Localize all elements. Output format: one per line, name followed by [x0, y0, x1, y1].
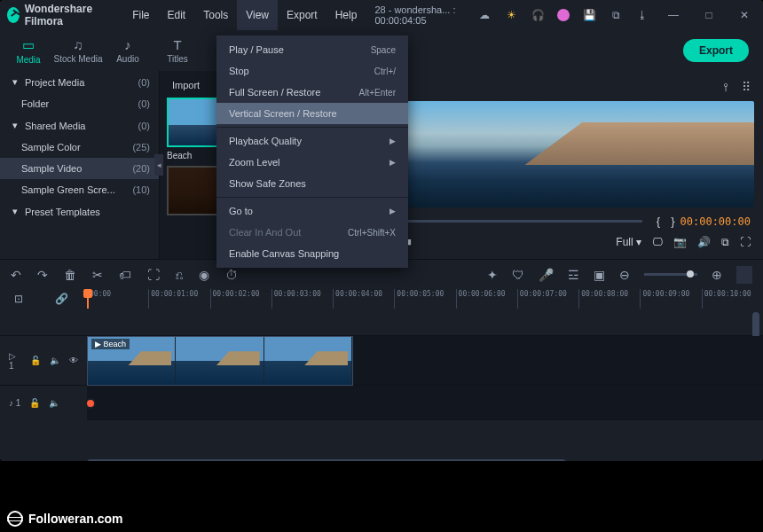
speed-button[interactable]: ⏱ — [225, 268, 238, 282]
menu-item[interactable]: StopCtrl+/ — [216, 60, 408, 82]
menu-help[interactable]: Help — [326, 0, 366, 30]
menu-item[interactable]: Go to▶ — [216, 200, 408, 222]
menu-item[interactable]: Play / PauseSpace — [216, 39, 408, 60]
tab-media[interactable]: ▭Media — [4, 34, 53, 68]
sidebar-item[interactable]: ▾Project Media(0) — [0, 71, 159, 93]
watermark: Followeran.com — [7, 511, 123, 527]
maximize-button[interactable]: □ — [697, 9, 720, 21]
project-info: 28 - wondersha... : 00:00:04:05 — [374, 4, 477, 26]
minimize-button[interactable]: — — [662, 9, 685, 21]
camera-icon[interactable]: 📷 — [673, 236, 687, 248]
delete-button[interactable]: 🗑 — [64, 268, 76, 282]
ruler-mark: 00:00:04:00 — [333, 289, 394, 309]
mark-in-button[interactable]: { — [657, 215, 660, 228]
marker-button[interactable]: ▣ — [594, 268, 605, 282]
tab-audio[interactable]: ♪Audio — [103, 34, 153, 68]
sidebar-item[interactable]: Sample Color(25) — [0, 137, 159, 158]
close-button[interactable]: ✕ — [733, 9, 756, 21]
menu-file[interactable]: File — [123, 0, 158, 30]
preview-timecode: 00:00:00:00 — [680, 215, 751, 228]
sidebar-item[interactable]: ▾Preset Templates — [0, 200, 159, 223]
theme-icon[interactable]: ☀ — [504, 8, 518, 22]
adjust-button[interactable]: ⎌ — [176, 268, 183, 282]
volume-icon[interactable]: 🔊 — [697, 236, 711, 248]
track-id: ▷ 1 — [9, 351, 21, 371]
menu-export[interactable]: Export — [278, 0, 326, 30]
zoom-out-button[interactable]: ⊖ — [619, 268, 630, 282]
lock-icon[interactable]: 🔓 — [30, 356, 41, 365]
mark-out-button[interactable]: } — [671, 215, 674, 228]
snapshot-icon[interactable]: ⧉ — [609, 8, 623, 22]
menu-tools[interactable]: Tools — [194, 0, 237, 30]
vertical-scrollbar[interactable] — [752, 312, 759, 339]
ruler-mark: 00:00:06:00 — [456, 289, 517, 309]
redo-button[interactable]: ↷ — [37, 268, 48, 282]
view-menu-dropdown: Play / PauseSpaceStopCtrl+/Full Screen /… — [216, 35, 408, 268]
menu-view[interactable]: View — [237, 0, 278, 30]
visibility-icon[interactable]: 👁 — [69, 356, 78, 365]
menu-edit[interactable]: Edit — [159, 0, 195, 30]
menu-item: Clear In And OutCtrl+Shift+X — [216, 222, 408, 243]
sidebar-item[interactable]: Folder(0) — [0, 93, 159, 114]
compare-icon[interactable]: ⧉ — [721, 236, 729, 248]
ruler-mark: 00:00:08:00 — [578, 289, 640, 309]
ruler-mark: 00:00:07:00 — [517, 289, 578, 309]
menu-item[interactable]: Vertical Screen / Restore — [216, 103, 408, 124]
voiceover-button[interactable]: 🎤 — [539, 268, 554, 282]
playhead[interactable] — [87, 289, 89, 309]
sidebar-item[interactable]: Sample Video(20) — [0, 158, 159, 179]
menu-item[interactable]: Playback Quality▶ — [216, 130, 408, 152]
menu-item[interactable]: Show Safe Zones — [216, 173, 408, 194]
sidebar-item[interactable]: ▾Shared Media(0) — [0, 114, 159, 137]
fullscreen-icon[interactable]: ⛶ — [740, 236, 751, 248]
tab-titles[interactable]: TTitles — [153, 34, 202, 68]
globe-icon — [7, 511, 23, 527]
crop-button[interactable]: ⛶ — [147, 268, 160, 282]
audio-keyframe[interactable] — [85, 398, 96, 409]
title-bar: Wondershare Filmora FileEditToolsViewExp… — [0, 0, 763, 30]
record-indicator-icon[interactable] — [557, 9, 570, 21]
app-window: Wondershare Filmora FileEditToolsViewExp… — [0, 0, 763, 461]
lock-icon[interactable]: 🔓 — [29, 398, 40, 408]
ruler-mark: 00:00:09:00 — [640, 289, 701, 309]
timeline-ruler[interactable]: ⊡ 🔗 00:0000:00:01:0000:00:02:0000:00:03:… — [0, 289, 763, 309]
video-track-1[interactable]: ▷ 1 🔓 🔈 👁 ▶ Beach — [0, 335, 763, 385]
meter-icon — [736, 266, 752, 284]
app-logo-icon — [7, 7, 20, 23]
grid-icon[interactable]: ⠿ — [742, 80, 751, 94]
tag-button[interactable]: 🏷 — [119, 268, 131, 282]
horizontal-scrollbar[interactable] — [87, 459, 566, 461]
split-button[interactable]: ✂ — [92, 268, 103, 282]
menu-item[interactable]: Zoom Level▶ — [216, 152, 408, 173]
audio-track-1[interactable]: ♪ 1 🔓 🔈 — [0, 385, 763, 420]
save-icon[interactable]: 💾 — [582, 8, 596, 22]
sidebar-item[interactable]: Sample Green Scre...(10) — [0, 179, 159, 200]
ruler-mark: 00:00:02:00 — [210, 289, 271, 309]
fit-dropdown[interactable]: Full ▾ — [616, 236, 641, 248]
menu-item[interactable]: Enable Canvas Snapping — [216, 243, 408, 264]
menu-bar: FileEditToolsViewExportHelp — [123, 0, 366, 30]
track-id: ♪ 1 — [9, 398, 20, 408]
monitor-icon[interactable]: 🖵 — [652, 236, 663, 248]
undo-button[interactable]: ↶ — [11, 268, 21, 282]
cloud-icon[interactable]: ☁ — [477, 8, 492, 22]
zoom-in-button[interactable]: ⊕ — [712, 268, 722, 282]
color-button[interactable]: ◉ — [199, 268, 209, 282]
download-icon[interactable]: ⭳ — [635, 8, 649, 22]
collapse-sidebar-button[interactable]: ◂ — [154, 154, 163, 176]
zoom-slider[interactable] — [644, 273, 697, 276]
menu-item[interactable]: Full Screen / RestoreAlt+Enter — [216, 82, 408, 103]
video-clip-beach[interactable]: ▶ Beach — [87, 336, 353, 386]
render-button[interactable]: ✦ — [487, 268, 498, 282]
export-button[interactable]: Export — [683, 39, 749, 62]
safe-button[interactable]: 🛡 — [512, 268, 524, 282]
timeline-settings-icon[interactable]: ⊡ — [14, 293, 23, 305]
media-sidebar: ▾Project Media(0)Folder(0)▾Shared Media(… — [0, 71, 160, 259]
support-icon[interactable]: 🎧 — [531, 8, 545, 22]
mixer-button[interactable]: ☲ — [568, 268, 579, 282]
filter-icon[interactable]: ⫯ — [723, 80, 729, 94]
link-icon[interactable]: 🔗 — [55, 293, 68, 305]
mute-icon[interactable]: 🔈 — [49, 398, 59, 408]
mute-icon[interactable]: 🔈 — [50, 356, 60, 365]
tab-stock[interactable]: ♫Stock Media — [53, 34, 103, 68]
